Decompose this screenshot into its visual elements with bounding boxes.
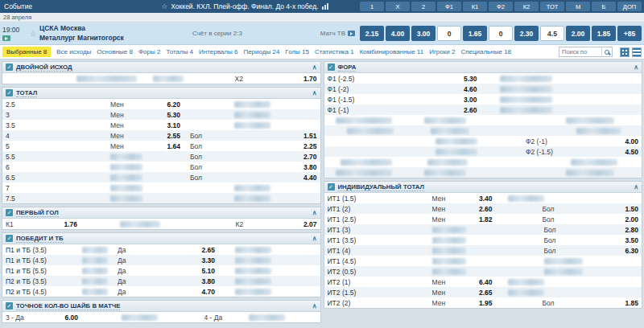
odds-value[interactable]: 4.50 [598, 148, 638, 156]
favorite-star-icon[interactable]: ☆ [161, 2, 167, 10]
tab-11[interactable]: Специальные 18 [460, 48, 511, 55]
odds-value[interactable]: 4.00 [598, 137, 638, 146]
panel-header[interactable]: ✓ФОРА∧ [324, 62, 642, 73]
odds-value[interactable]: 3.00 [404, 96, 477, 104]
odds-value[interactable]: 2.65 [158, 246, 215, 254]
match-row[interactable]: 19:00 ☆ ЦСКА Москва Металлург Магнитогор… [0, 23, 644, 45]
column-button-10[interactable]: ДОП [617, 2, 642, 11]
tab-10[interactable]: Игроки 2 [429, 48, 455, 55]
match-odds-cell[interactable]: 2.15 [360, 26, 384, 41]
column-button-5[interactable]: Ф2 [489, 2, 513, 11]
panel-checkbox-checked[interactable]: ✓ [328, 183, 335, 191]
search-input[interactable] [559, 48, 601, 55]
odds-value[interactable]: 4.40 [234, 174, 317, 182]
odds-value[interactable]: 2.07 [280, 220, 317, 228]
panel-checkbox-checked[interactable]: ✓ [6, 89, 13, 96]
match-odds-cell[interactable]: 4.5 [540, 26, 564, 41]
column-button-1[interactable]: Х [386, 2, 410, 11]
match-odds-cell[interactable]: 0 [489, 26, 513, 41]
panel-header[interactable]: ✓ДВОЙНОЙ ИСХОД∧ [2, 62, 320, 73]
panel-checkbox-checked[interactable]: ✓ [6, 235, 13, 242]
odds-value[interactable]: 2.80 [584, 226, 639, 234]
match-favorite-star-icon[interactable]: ☆ [30, 30, 39, 38]
column-button-2[interactable]: 2 [411, 2, 436, 11]
odds-value[interactable]: 4.70 [158, 288, 215, 296]
odds-value[interactable]: 6.20 [151, 100, 180, 109]
odds-value[interactable]: 6.40 [469, 278, 493, 286]
panel-checkbox-checked[interactable]: ✓ [6, 302, 13, 310]
odds-value[interactable]: 1.82 [469, 215, 493, 223]
panel-header[interactable]: ✓ТОЧНОЕ КОЛ-ВО ШАЙБ В МАТЧЕ∧ [2, 301, 320, 312]
column-button-0[interactable]: 1 [360, 2, 384, 11]
chevron-up-icon[interactable]: ∧ [312, 209, 317, 216]
odds-value[interactable]: 1.64 [151, 142, 180, 150]
match-odds-cell[interactable]: 0 [437, 26, 461, 41]
odds-value[interactable]: 3.50 [584, 236, 639, 244]
panel-checkbox-checked[interactable]: ✓ [6, 209, 13, 216]
team-names[interactable]: ЦСКА Москва Металлург Магнитогорск [39, 24, 192, 42]
odds-value[interactable]: 3.30 [158, 256, 215, 264]
match-odds-cell[interactable]: 1.85 [592, 26, 616, 41]
panel-header[interactable]: ✓ПЕРВЫЙ ГОЛ∧ [2, 207, 320, 219]
tab-0[interactable]: Выбранные 8 [2, 47, 51, 57]
match-odds-cell[interactable]: 4.00 [386, 26, 410, 41]
odds-value[interactable]: 1.76 [46, 220, 77, 228]
column-button-9[interactable]: Б [592, 2, 616, 11]
odds-value[interactable]: 2.60 [469, 205, 493, 213]
column-button-6[interactable]: К2 [514, 2, 539, 11]
chevron-up-icon[interactable]: ∧ [312, 235, 317, 242]
odds-value[interactable]: 1.51 [234, 132, 317, 140]
odds-value[interactable]: 2.70 [234, 153, 317, 161]
tab-1[interactable]: Все исходы [56, 48, 91, 55]
odds-value[interactable]: 2.60 [404, 106, 477, 114]
odds-value[interactable]: 3.80 [234, 163, 317, 171]
league-title[interactable]: Хоккей. КХЛ. Плей-офф. Финал. До 4-х поб… [171, 2, 318, 10]
column-button-4[interactable]: К1 [463, 2, 487, 11]
odds-value[interactable]: 1.70 [279, 75, 317, 83]
tab-6[interactable]: Периоды 24 [243, 48, 279, 55]
match-odds-cell[interactable]: 1.65 [463, 26, 487, 41]
match-odds-cell[interactable]: +85 [617, 26, 642, 41]
tab-9[interactable]: Комбинированные 11 [360, 48, 424, 55]
column-button-7[interactable]: ТОТ [540, 2, 564, 11]
tab-7[interactable]: Голы 15 [285, 48, 309, 55]
chevron-up-icon[interactable]: ∧ [634, 64, 638, 71]
odds-value[interactable]: 2.65 [469, 289, 493, 297]
odds-value[interactable]: 2.25 [234, 142, 317, 150]
odds-value[interactable]: 2.55 [151, 132, 180, 140]
tab-5[interactable]: Интервалы 6 [199, 48, 237, 55]
odds-value[interactable]: 1.95 [469, 299, 493, 307]
panel-checkbox-checked[interactable]: ✓ [6, 64, 13, 71]
odds-value[interactable]: 1.50 [583, 205, 639, 213]
video-stream-icon[interactable] [2, 35, 10, 41]
panel-header[interactable]: ✓ПОБЕДИТ И ТБ∧ [2, 233, 320, 244]
odds-value[interactable]: 5.30 [151, 111, 180, 119]
grid-view-icon[interactable] [620, 47, 630, 57]
panel-header[interactable]: ✓ИНДИВИДУАЛЬНЫЙ ТОТАЛ∧ [324, 182, 642, 193]
chevron-up-icon[interactable]: ∧ [312, 89, 317, 96]
odds-value[interactable]: 3.40 [469, 195, 493, 203]
match-odds-cell[interactable]: 2.00 [566, 26, 590, 41]
search-button[interactable] [601, 47, 612, 56]
tab-4[interactable]: Тоталы 4 [166, 48, 193, 55]
list-view-icon[interactable] [632, 47, 642, 57]
odds-value[interactable]: 2.00 [583, 215, 639, 223]
tab-8[interactable]: Статистика 1 [315, 48, 354, 55]
chevron-up-icon[interactable]: ∧ [312, 302, 317, 310]
chevron-up-icon[interactable]: ∧ [634, 183, 638, 191]
odds-value[interactable]: 4.60 [404, 85, 477, 93]
odds-value[interactable]: 6.00 [54, 314, 78, 322]
odds-value[interactable]: 1.85 [583, 299, 639, 307]
odds-value[interactable]: 6.30 [584, 247, 639, 255]
panel-checkbox-checked[interactable]: ✓ [328, 64, 335, 71]
odds-value[interactable]: 5.10 [158, 267, 215, 275]
panel-header[interactable]: ✓ТОТАЛ∧ [2, 88, 320, 99]
odds-value[interactable]: 5.30 [404, 75, 477, 83]
column-button-3[interactable]: Ф1 [437, 2, 461, 11]
tab-2[interactable]: Основные 8 [97, 48, 133, 55]
column-button-8[interactable]: М [566, 2, 590, 11]
odds-value[interactable]: 3.10 [151, 121, 180, 129]
tab-3[interactable]: Форы 2 [138, 48, 160, 55]
stats-bars-icon[interactable] [322, 3, 328, 10]
match-odds-cell[interactable]: 3.00 [411, 26, 436, 41]
